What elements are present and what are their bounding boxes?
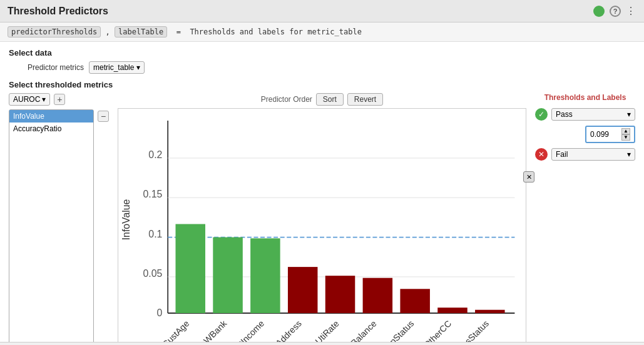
spinner-down[interactable]: ▼ <box>621 134 630 141</box>
pass-label: Pass <box>556 110 573 119</box>
svg-text:CustAge: CustAge <box>160 318 192 342</box>
chart-controls: Predictor Order Sort Revert <box>118 93 526 106</box>
pass-dropdown[interactable]: Pass ▾ <box>551 108 635 121</box>
code-description: Thresholds and labels for metric_table <box>190 28 362 36</box>
auroc-chevron: ▾ <box>42 95 46 104</box>
code-var2: labelTable <box>115 26 167 38</box>
svg-text:0.2: 0.2 <box>148 149 162 160</box>
svg-text:0.1: 0.1 <box>148 229 162 239</box>
svg-rect-14 <box>288 267 318 313</box>
fail-row: ✕ Fail ▾ <box>535 148 635 161</box>
remove-metric-button[interactable]: − <box>98 111 109 122</box>
chart-wrapper: 0 0.05 0.1 0.15 0.2 <box>118 108 526 342</box>
header-icons: ? ⋮ <box>593 5 636 17</box>
auroc-value: AUROC <box>13 95 40 104</box>
left-panel: AUROC ▾ + InfoValue AccuracyRatio − <box>9 93 109 342</box>
svg-text:EmpStatus: EmpStatus <box>378 318 416 342</box>
page-title: Threshold Predictors <box>8 6 108 17</box>
bottom-arrow: ▼ <box>0 342 644 345</box>
svg-text:ResStatus: ResStatus <box>455 318 491 342</box>
threshold-value-row: 0.099 ▲ ▼ <box>535 126 635 143</box>
pass-row: ✓ Pass ▾ <box>535 108 635 121</box>
svg-text:0.05: 0.05 <box>143 268 163 279</box>
fail-icon: ✕ <box>535 148 548 161</box>
metric-table-select[interactable]: metric_table ▾ <box>89 61 145 74</box>
svg-text:0.15: 0.15 <box>143 189 163 199</box>
pass-icon: ✓ <box>535 108 548 121</box>
metric-list-item-infovalue[interactable]: InfoValue <box>9 110 93 122</box>
svg-rect-12 <box>213 238 243 313</box>
fail-label: Fail <box>556 150 568 159</box>
fail-chevron: ▾ <box>627 150 631 159</box>
threshold-value: 0.099 <box>590 130 609 139</box>
more-icon[interactable]: ⋮ <box>626 5 636 17</box>
code-bar: predictorThresholds , labelTable = Thres… <box>0 22 644 42</box>
metric-list: InfoValue AccuracyRatio <box>9 109 94 342</box>
threshold-value-box: 0.099 ▲ ▼ <box>585 126 635 143</box>
svg-rect-19 <box>475 310 505 313</box>
svg-text:0: 0 <box>157 308 163 318</box>
svg-text:AMBalance: AMBalance <box>339 318 378 342</box>
close-chart-button[interactable]: ✕ <box>523 171 534 182</box>
predictor-metrics-row: Predictor metrics metric_table ▾ <box>9 61 635 74</box>
spinner-buttons: ▲ ▼ <box>621 128 630 141</box>
svg-text:TmWBank: TmWBank <box>193 318 229 342</box>
help-icon[interactable]: ? <box>610 6 621 17</box>
metric-table-chevron: ▾ <box>136 63 140 72</box>
spinner-up[interactable]: ▲ <box>621 128 630 134</box>
code-equals: = <box>176 28 181 36</box>
svg-rect-16 <box>363 278 393 313</box>
revert-button[interactable]: Revert <box>347 93 383 106</box>
svg-text:TmAtAddress: TmAtAddress <box>258 318 304 342</box>
svg-text:CustIncome: CustIncome <box>226 318 266 342</box>
svg-rect-17 <box>400 289 430 313</box>
chart-area: Predictor Order Sort Revert 0 0.05 0.1 0… <box>118 93 526 342</box>
main-content: Select data Predictor metrics metric_tab… <box>0 42 644 342</box>
bar-chart: 0 0.05 0.1 0.15 0.2 <box>118 109 526 342</box>
pass-chevron: ▾ <box>627 110 631 119</box>
svg-rect-11 <box>175 224 205 313</box>
select-thresholded-label: Select thresholded metrics <box>9 80 635 89</box>
select-data-label: Select data <box>9 48 635 58</box>
thresholded-section: AUROC ▾ + InfoValue AccuracyRatio − Pred… <box>9 93 635 342</box>
right-panel: Thresholds and Labels ✓ Pass ▾ 0.099 ▲ ▼ <box>535 93 635 342</box>
svg-text:OtherCC: OtherCC <box>422 318 454 342</box>
metric-select-row: AUROC ▾ + <box>9 93 109 106</box>
thresholds-title: Thresholds and Labels <box>535 93 635 102</box>
metric-list-item-accuracyratio[interactable]: AccuracyRatio <box>9 122 93 135</box>
predictor-order-label: Predictor Order <box>261 95 312 104</box>
svg-text:UtiRate: UtiRate <box>313 318 341 342</box>
status-indicator <box>593 6 605 17</box>
add-metric-button[interactable]: + <box>54 94 65 105</box>
code-separator: , <box>106 28 110 36</box>
code-var1: predictorThresholds <box>8 26 101 38</box>
sort-button[interactable]: Sort <box>316 93 344 106</box>
metric-table-value: metric_table <box>93 63 134 72</box>
svg-text:InfoValue: InfoValue <box>121 199 131 240</box>
auroc-dropdown[interactable]: AUROC ▾ <box>9 93 50 106</box>
svg-rect-15 <box>325 276 355 313</box>
svg-rect-18 <box>437 308 468 313</box>
svg-rect-13 <box>250 238 280 313</box>
header: Threshold Predictors ? ⋮ <box>0 0 644 22</box>
predictor-metrics-label: Predictor metrics <box>28 63 84 72</box>
fail-dropdown[interactable]: Fail ▾ <box>551 148 635 161</box>
